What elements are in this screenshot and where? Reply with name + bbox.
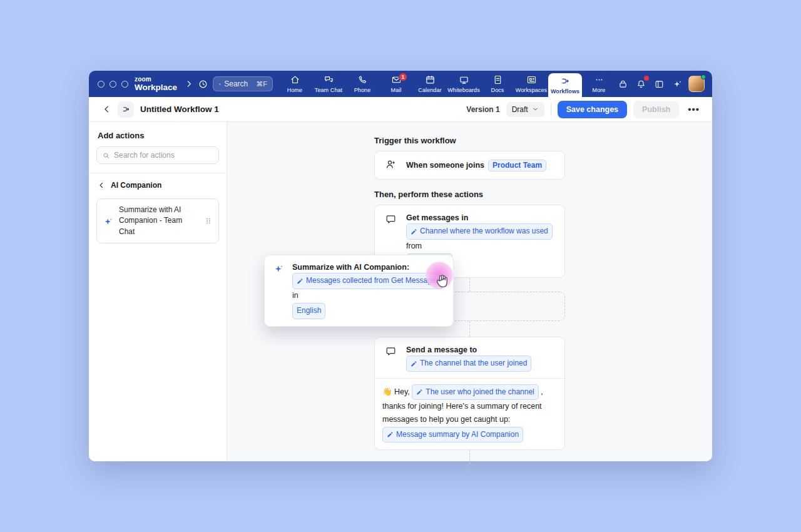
nav-tab-calendar[interactable]: Calendar bbox=[413, 71, 447, 97]
version-label: Version 1 bbox=[466, 105, 499, 114]
top-navigation-bar: zoom Workplace ⌘F Home Team Chat bbox=[89, 71, 712, 97]
connector-line bbox=[469, 321, 470, 337]
search-input[interactable] bbox=[224, 79, 253, 88]
sidebar-category-back[interactable]: AI Companion bbox=[89, 173, 227, 197]
workflows-icon bbox=[560, 76, 571, 86]
collapse-chevron-icon[interactable] bbox=[183, 77, 195, 91]
pencil-icon bbox=[416, 388, 423, 395]
channel-variable-pill[interactable]: Channel where the workflow was used bbox=[406, 223, 553, 240]
workflow-title[interactable]: Untitled Workflow 1 bbox=[140, 105, 219, 114]
actions-search-input[interactable] bbox=[114, 151, 202, 160]
window-zoom-button[interactable] bbox=[121, 81, 128, 88]
search-shortcut: ⌘F bbox=[256, 80, 267, 88]
trigger-section-heading: Trigger this workflow bbox=[374, 136, 565, 145]
chevron-left-icon bbox=[98, 182, 105, 189]
header-actions: Version 1 Draft Save changes Publish ••• bbox=[466, 101, 702, 118]
logo-zoom: zoom bbox=[135, 76, 177, 83]
header-divider bbox=[551, 103, 551, 116]
hand-cursor bbox=[434, 272, 452, 292]
actions-section-heading: Then, perform these actions bbox=[374, 190, 565, 199]
more-dots-icon bbox=[594, 74, 605, 85]
chat-bubble-icon bbox=[385, 345, 397, 372]
drag-handle-icon[interactable] bbox=[205, 217, 212, 225]
publish-button[interactable]: Publish bbox=[633, 101, 679, 118]
save-changes-button[interactable]: Save changes bbox=[558, 101, 627, 118]
drag-card-title: Summarize with AI Companion: bbox=[292, 262, 444, 273]
language-pill[interactable]: English bbox=[292, 303, 325, 319]
global-search[interactable]: ⌘F bbox=[213, 76, 273, 91]
more-menu-button[interactable]: ••• bbox=[685, 104, 702, 115]
nav-tab-workflows[interactable]: Workflows bbox=[548, 73, 582, 97]
nav-tab-more[interactable]: More bbox=[582, 71, 616, 97]
nav-right-tools bbox=[616, 76, 705, 92]
primary-nav-tabs: Home Team Chat Phone Mail 1 Calendar bbox=[278, 71, 616, 97]
nav-tab-whiteboards[interactable]: Whiteboards bbox=[447, 71, 481, 97]
trigger-channel-pill[interactable]: Product Team bbox=[488, 160, 546, 171]
send-message-title: Send a message to bbox=[406, 345, 531, 356]
action-list-item-label: Summarize with AI Companion - Team Chat bbox=[119, 205, 199, 237]
connector-line bbox=[469, 450, 470, 464]
workflow-header: Untitled Workflow 1 Version 1 Draft Save… bbox=[89, 97, 712, 122]
pencil-icon bbox=[411, 228, 417, 235]
pencil-icon bbox=[411, 360, 417, 367]
connector-line bbox=[469, 278, 470, 292]
notification-dot bbox=[644, 76, 649, 81]
ai-sparkle-icon bbox=[273, 263, 284, 274]
status-online-dot bbox=[701, 74, 706, 79]
status-dropdown[interactable]: Draft bbox=[506, 102, 544, 117]
category-label: AI Companion bbox=[111, 181, 161, 190]
user-variable-pill[interactable]: The user who joined the channel bbox=[412, 384, 538, 400]
search-icon bbox=[102, 151, 110, 160]
trigger-node[interactable]: When someone joins Product Team bbox=[374, 151, 565, 180]
nav-tab-home[interactable]: Home bbox=[278, 71, 312, 97]
notifications-bell-icon[interactable] bbox=[634, 77, 648, 91]
chevron-down-icon bbox=[532, 106, 539, 113]
nav-tab-phone[interactable]: Phone bbox=[345, 71, 379, 97]
window-minimize-button[interactable] bbox=[110, 81, 116, 88]
send-message-node[interactable]: Send a message to The channel that the u… bbox=[374, 337, 565, 450]
actions-search[interactable] bbox=[96, 146, 219, 164]
nav-tab-team-chat[interactable]: Team Chat bbox=[312, 71, 345, 97]
flow-endpoint-circle[interactable] bbox=[466, 464, 474, 471]
summary-variable-pill[interactable]: Message summary by AI Companion bbox=[382, 427, 523, 442]
team-chat-icon bbox=[324, 74, 334, 85]
message-prefix: 👋 Hey, bbox=[382, 387, 410, 396]
whiteboards-icon bbox=[459, 74, 469, 85]
workspaces-icon bbox=[526, 74, 537, 85]
messages-variable-pill[interactable]: Messages collected from Get Messages bbox=[292, 273, 444, 289]
zoom-workplace-logo: zoom Workplace bbox=[135, 76, 177, 92]
ai-companion-sparkle-icon[interactable] bbox=[670, 77, 684, 91]
sidebar-heading: Add actions bbox=[98, 131, 218, 140]
pencil-icon bbox=[387, 431, 394, 437]
get-messages-title: Get messages in bbox=[406, 213, 554, 223]
user-avatar[interactable] bbox=[688, 76, 705, 92]
nav-tab-docs[interactable]: Docs bbox=[481, 71, 514, 97]
pencil-icon bbox=[297, 277, 304, 284]
ai-sparkle-icon bbox=[103, 217, 113, 227]
in-text: in bbox=[292, 291, 298, 300]
home-icon bbox=[290, 74, 300, 85]
app-window: zoom Workplace ⌘F Home Team Chat bbox=[89, 71, 712, 461]
window-close-button[interactable] bbox=[98, 81, 105, 88]
back-button[interactable] bbox=[99, 102, 114, 117]
trigger-text: When someone joins bbox=[406, 161, 484, 170]
apps-bag-icon[interactable] bbox=[616, 77, 630, 91]
mail-unread-badge: 1 bbox=[399, 73, 407, 81]
window-controls[interactable] bbox=[98, 81, 128, 88]
history-icon[interactable] bbox=[198, 77, 209, 91]
action-list-item[interactable]: Summarize with AI Companion - Team Chat bbox=[96, 198, 219, 243]
from-text: from bbox=[406, 242, 422, 250]
workflow-type-icon bbox=[118, 101, 134, 118]
send-channel-pill[interactable]: The channel that the user joined bbox=[406, 356, 531, 372]
nav-tab-workspaces[interactable]: Workspaces bbox=[514, 71, 548, 97]
calendar-icon bbox=[425, 74, 436, 85]
panel-icon[interactable] bbox=[652, 77, 666, 91]
dragged-action-card[interactable]: Summarize with AI Companion: Messages co… bbox=[264, 255, 454, 327]
message-body[interactable]: 👋 Hey, The user who joined the channel ,… bbox=[375, 379, 564, 449]
phone-icon bbox=[357, 74, 368, 85]
user-plus-icon bbox=[385, 158, 397, 173]
status-badge: Draft bbox=[512, 105, 528, 114]
actions-sidebar: Add actions AI Companion Summarize with … bbox=[89, 122, 227, 461]
docs-icon bbox=[492, 74, 503, 85]
nav-tab-mail[interactable]: Mail 1 bbox=[379, 71, 413, 97]
